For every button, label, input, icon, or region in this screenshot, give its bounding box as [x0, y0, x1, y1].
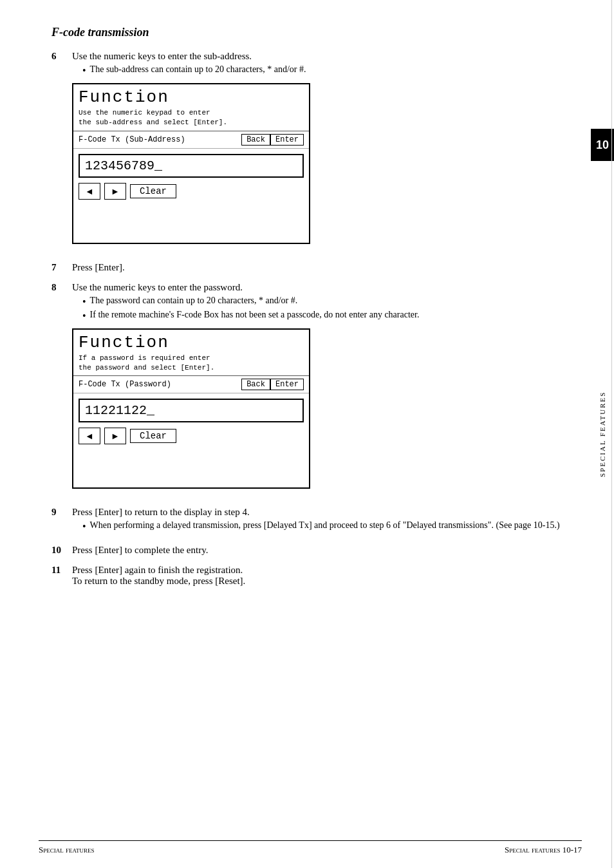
lcd-input-box-1: 123456789_	[79, 154, 304, 178]
lcd-header-2: Function If a password is required enter…	[73, 330, 309, 376]
step-9-block: 9 Press [Enter] to return to the display…	[51, 507, 575, 538]
step-8-bullet-2: • If the remote machine's F-code Box has…	[82, 310, 575, 322]
lcd-right-btn-2[interactable]: ►	[104, 428, 126, 444]
step-8-bullet-1: • The password can contain up to 20 char…	[82, 296, 575, 308]
lcd-back-btn-1[interactable]: Back	[241, 134, 270, 146]
step-9-bullets: • When performing a delayed transmission…	[82, 520, 575, 533]
footer-right: Special features 10-17	[505, 845, 582, 855]
lcd-toolbar-1: F-Code Tx (Sub-Address) Back Enter	[73, 131, 309, 149]
lcd-input-area-1: 123456789_ ◄ ► Clear	[73, 149, 309, 243]
step-7-number: 7	[51, 262, 70, 273]
step-9-bullet-1: • When performing a delayed transmission…	[82, 520, 575, 533]
step-6-number: 6	[51, 51, 70, 62]
lcd-input-area-2: 11221122_ ◄ ► Clear	[73, 393, 309, 487]
step-11-content: Press [Enter] again to finish the regist…	[72, 565, 575, 589]
right-sidebar: 10 Special Features	[591, 0, 614, 868]
step-6-bullet-1: • The sub-address can contain up to 20 c…	[82, 64, 575, 77]
lcd-input-box-2: 11221122_	[79, 399, 304, 422]
step-8-text: Use the numeric keys to enter the passwo…	[72, 282, 575, 293]
lcd-title-2: Function	[79, 334, 304, 352]
bullet-dot-8-2: •	[82, 310, 86, 322]
step-11-block: 11 Press [Enter] again to finish the reg…	[51, 565, 575, 589]
lcd-enter-btn-2[interactable]: Enter	[270, 379, 304, 390]
step-6-block: 6 Use the numeric keys to enter the sub-…	[51, 51, 575, 256]
lcd-left-btn-1[interactable]: ◄	[79, 183, 100, 200]
lcd-controls-1: ◄ ► Clear	[79, 183, 304, 205]
lcd-empty-area-1	[79, 205, 304, 240]
lcd-toolbar-buttons-2[interactable]: Back Enter	[241, 379, 304, 390]
lcd-subtitle-1: Use the numeric keypad to enter the sub-…	[79, 108, 304, 128]
step-6-bullet-1-text: The sub-address can contain up to 20 cha…	[90, 64, 306, 75]
lcd-toolbar-2: F-Code Tx (Password) Back Enter	[73, 376, 309, 393]
step-8-content: Use the numeric keys to enter the passwo…	[72, 282, 575, 501]
step-10-number: 10	[51, 545, 70, 556]
sidebar-tab-label: Special Features	[593, 0, 612, 868]
step-8-bullets: • The password can contain up to 20 char…	[82, 296, 575, 322]
lcd-toolbar-label-1: F-Code Tx (Sub-Address)	[79, 135, 185, 144]
lcd-toolbar-buttons-1[interactable]: Back Enter	[241, 134, 304, 146]
page-container: F-code transmission 6 Use the numeric ke…	[0, 0, 614, 868]
lcd-empty-area-2	[79, 449, 304, 485]
step-10-content: Press [Enter] to complete the entry.	[72, 545, 575, 558]
bullet-dot-9-1: •	[82, 520, 86, 533]
step-11-text: Press [Enter] again to finish the regist…	[72, 565, 575, 587]
step-7-block: 7 Press [Enter].	[51, 262, 575, 276]
lcd-header-1: Function Use the numeric keypad to enter…	[73, 84, 309, 131]
lcd-screen-1: Function Use the numeric keypad to enter…	[72, 83, 310, 243]
footer-left: Special features	[39, 845, 95, 855]
step-6-bullets: • The sub-address can contain up to 20 c…	[82, 64, 575, 77]
step-10-text: Press [Enter] to complete the entry.	[72, 545, 575, 556]
lcd-toolbar-label-2: F-Code Tx (Password)	[79, 380, 171, 389]
step-8-bullet-1-text: The password can contain up to 20 charac…	[90, 296, 298, 306]
lcd-title-1: Function	[79, 88, 304, 107]
lcd-controls-2: ◄ ► Clear	[79, 428, 304, 449]
step-9-content: Press [Enter] to return to the display i…	[72, 507, 575, 538]
bullet-dot: •	[82, 64, 86, 77]
lcd-clear-btn-2[interactable]: Clear	[130, 429, 176, 443]
lcd-clear-btn-1[interactable]: Clear	[130, 184, 176, 198]
step-8-bullet-2-text: If the remote machine's F-code Box has n…	[90, 310, 420, 320]
lcd-back-btn-2[interactable]: Back	[241, 379, 270, 390]
lcd-right-btn-1[interactable]: ►	[104, 183, 126, 200]
step-7-content: Press [Enter].	[72, 262, 575, 276]
step-8-block: 8 Use the numeric keys to enter the pass…	[51, 282, 575, 501]
step-9-bullet-1-text: When performing a delayed transmission, …	[90, 520, 560, 531]
bullet-dot-8-1: •	[82, 296, 86, 308]
lcd-left-btn-2[interactable]: ◄	[79, 428, 100, 444]
step-6-content: Use the numeric keys to enter the sub-ad…	[72, 51, 575, 256]
step-9-text: Press [Enter] to return to the display i…	[72, 507, 575, 518]
step-6-text: Use the numeric keys to enter the sub-ad…	[72, 51, 575, 62]
lcd-subtitle-2: If a password is required enter the pass…	[79, 354, 304, 373]
step-7-text: Press [Enter].	[72, 262, 575, 273]
lcd-screen-2: Function If a password is required enter…	[72, 328, 310, 489]
step-10-block: 10 Press [Enter] to complete the entry.	[51, 545, 575, 558]
step-11-number: 11	[51, 565, 70, 576]
step-8-number: 8	[51, 282, 70, 293]
section-title: F-code transmission	[51, 26, 575, 39]
step-9-number: 9	[51, 507, 70, 518]
page-footer: Special features Special features 10-17	[39, 840, 582, 855]
lcd-enter-btn-1[interactable]: Enter	[270, 134, 304, 146]
